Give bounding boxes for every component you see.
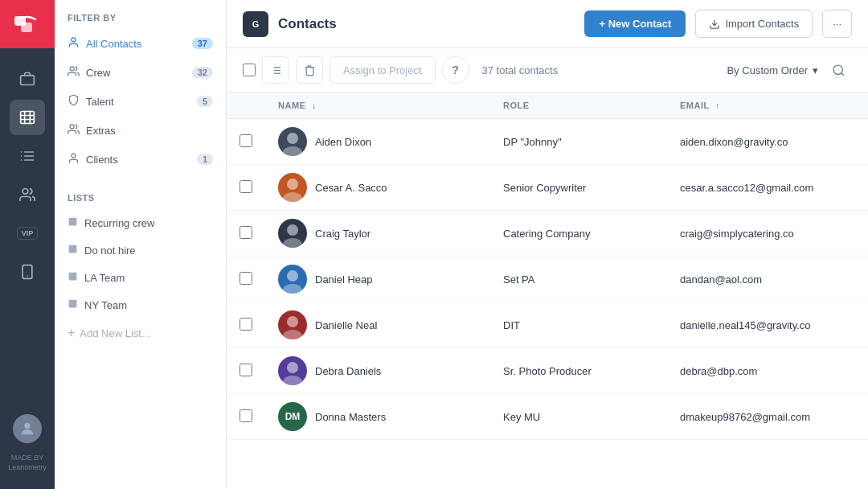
- contact-name: Aiden Dixon: [315, 136, 371, 148]
- add-list-plus-icon: +: [68, 326, 75, 340]
- svg-point-45: [287, 362, 298, 373]
- filter-extras[interactable]: Extras: [55, 116, 226, 145]
- list-label-donothire: Do not hire: [84, 244, 136, 257]
- svg-point-35: [287, 133, 298, 144]
- contact-role: Catering Company: [503, 228, 590, 240]
- row-checkbox[interactable]: [240, 409, 252, 422]
- filter-all-contacts-count: 37: [192, 38, 213, 49]
- row-checkbox[interactable]: [240, 318, 252, 331]
- svg-point-43: [287, 316, 298, 327]
- svg-point-42: [283, 284, 302, 294]
- nav-icon-group[interactable]: [10, 177, 45, 212]
- filter-talent-label: Talent: [86, 96, 114, 108]
- topbar-logo: G: [243, 11, 268, 37]
- more-options-button[interactable]: ···: [822, 10, 852, 38]
- nav-icon-list[interactable]: [10, 138, 45, 174]
- assign-to-project-button[interactable]: Assign to Project: [330, 56, 436, 84]
- col-header-name[interactable]: NAME ↓: [265, 92, 490, 119]
- svg-point-20: [70, 125, 74, 129]
- contact-email: dmakeup98762@gmail.com: [680, 411, 810, 423]
- table-row[interactable]: DM Donna Masters Key MU dmakeup98762@gma…: [227, 394, 868, 440]
- total-contacts-label: 37 total contacts: [482, 64, 721, 76]
- help-button[interactable]: ?: [442, 56, 469, 84]
- table-row[interactable]: Danielle Neal DIT danielle.neal145@gravi…: [227, 302, 868, 348]
- avatar: [278, 356, 307, 385]
- svg-point-18: [72, 38, 76, 42]
- list-item-do-not-hire[interactable]: Do not hire: [55, 236, 226, 264]
- list-item-la-team[interactable]: LA Team: [55, 264, 226, 291]
- contact-role: Key MU: [503, 411, 540, 423]
- email-sort-icon: ↑: [715, 101, 720, 110]
- all-contacts-icon: [68, 36, 80, 51]
- nav-icon-briefcase[interactable]: [10, 61, 45, 97]
- new-contact-button[interactable]: + New Contact: [584, 10, 686, 37]
- list-item-recurring-crew[interactable]: Recurring crew: [55, 209, 226, 236]
- table-row[interactable]: Cesar A. Sacco Senior Copywriter cesar.a…: [227, 165, 868, 211]
- contact-email: debra@dbp.com: [680, 365, 757, 377]
- table-row[interactable]: Daniel Heap Set PA dandan@aol.com: [227, 257, 868, 302]
- contact-role: DIT: [503, 319, 520, 331]
- filter-clients-label: Clients: [86, 154, 118, 166]
- contacts-toolbar: Assign to Project ? 37 total contacts By…: [227, 48, 868, 92]
- nav-icon-contacts[interactable]: [10, 100, 45, 135]
- nav-icons: VIP: [10, 48, 45, 414]
- search-button[interactable]: [825, 56, 852, 84]
- made-by-label: MADE BYLeanometry: [8, 453, 47, 473]
- sort-dropdown[interactable]: By Custom Order ▾: [727, 64, 818, 76]
- filter-talent-count: 5: [197, 96, 213, 107]
- contact-email: cesar.a.sacco12@gmail.com: [680, 182, 813, 194]
- nav-icon-vip[interactable]: VIP: [10, 216, 45, 251]
- select-all-checkbox[interactable]: [243, 64, 256, 76]
- svg-point-36: [283, 146, 302, 156]
- svg-point-17: [24, 422, 30, 428]
- list-icon-lateam: [68, 271, 78, 284]
- nav-avatar[interactable]: [13, 414, 42, 443]
- page-title: Contacts: [278, 16, 575, 32]
- contact-name: Donna Masters: [315, 411, 386, 423]
- delete-button[interactable]: [296, 56, 323, 84]
- col-header-email[interactable]: EMAIL ↑: [667, 92, 868, 119]
- avatar: [278, 310, 307, 339]
- filter-button[interactable]: [262, 56, 289, 84]
- import-icon: [709, 18, 720, 30]
- sort-label: By Custom Order: [727, 64, 808, 76]
- filter-crew-label: Crew: [86, 67, 110, 79]
- avatar: [278, 219, 307, 248]
- row-checkbox[interactable]: [240, 272, 252, 285]
- add-new-list[interactable]: + Add New List...: [55, 318, 226, 347]
- svg-rect-22: [69, 218, 77, 226]
- import-contacts-button[interactable]: Import Contacts: [695, 10, 813, 38]
- row-checkbox[interactable]: [240, 364, 252, 376]
- contact-name: Danielle Neal: [315, 319, 377, 331]
- svg-rect-25: [69, 300, 77, 308]
- nav-bar: VIP MADE BYLeanometry: [0, 0, 55, 489]
- table-row[interactable]: Craig Taylor Catering Company craig@simp…: [227, 211, 868, 257]
- svg-rect-3: [21, 112, 35, 124]
- row-checkbox[interactable]: [240, 180, 252, 193]
- filter-all-contacts[interactable]: All Contacts 37: [55, 29, 226, 58]
- avatar: [278, 265, 307, 294]
- table-row[interactable]: Aiden Dixon DP "Johnny" aiden.dixon@grav…: [227, 119, 868, 165]
- table-row[interactable]: Debra Daniels Sr. Photo Producer debra@d…: [227, 348, 868, 394]
- col-header-role[interactable]: ROLE: [490, 92, 667, 119]
- svg-point-33: [833, 65, 842, 74]
- filter-extras-label: Extras: [86, 125, 116, 137]
- row-checkbox[interactable]: [240, 134, 252, 147]
- list-label-lateam: LA Team: [84, 272, 125, 284]
- filter-talent[interactable]: Talent 5: [55, 87, 226, 116]
- trash-icon: [304, 64, 316, 76]
- nav-icon-device[interactable]: [10, 254, 45, 290]
- filter-icon: [270, 64, 282, 76]
- list-label-nyteam: NY Team: [84, 299, 127, 311]
- row-checkbox[interactable]: [240, 226, 252, 239]
- nav-logo[interactable]: [0, 0, 55, 48]
- name-sort-icon: ↓: [312, 101, 317, 110]
- list-item-ny-team[interactable]: NY Team: [55, 291, 226, 318]
- svg-line-34: [841, 72, 843, 75]
- filter-clients[interactable]: Clients 1: [55, 145, 226, 174]
- filter-crew[interactable]: Crew 32: [55, 58, 226, 87]
- col-header-check: [227, 92, 265, 119]
- list-icon-recurring: [68, 216, 78, 229]
- sort-arrow-icon: ▾: [813, 64, 818, 76]
- list-icon-donothire: [68, 244, 78, 257]
